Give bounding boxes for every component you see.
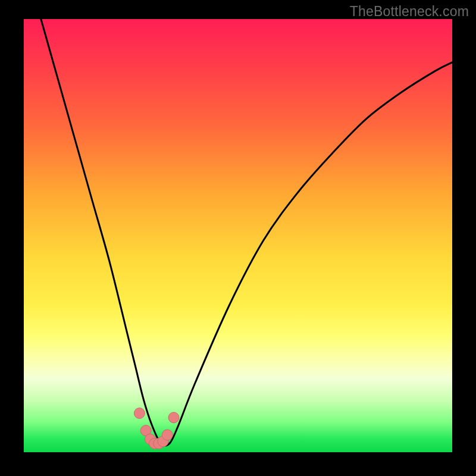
valley-marker <box>168 412 179 423</box>
watermark-text: TheBottleneck.com <box>350 4 469 20</box>
valley-marker <box>134 408 145 419</box>
chart-frame: TheBottleneck.com <box>0 0 476 476</box>
valley-markers <box>134 408 179 449</box>
bottleneck-curve <box>41 19 452 446</box>
valley-marker <box>162 430 173 440</box>
bottleneck-curve-svg <box>24 19 452 452</box>
plot-area <box>24 19 452 452</box>
curve-line <box>41 19 452 446</box>
